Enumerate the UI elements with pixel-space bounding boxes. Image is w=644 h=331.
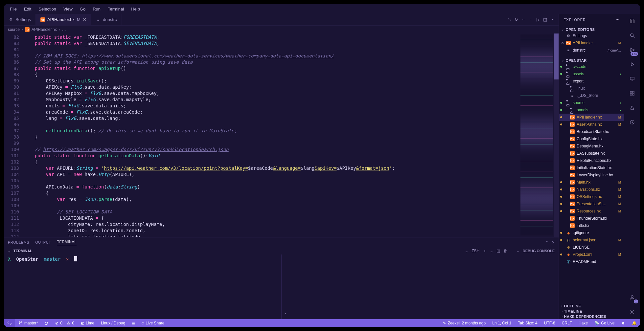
feedback-icon[interactable]: ☻ <box>618 319 629 327</box>
file-item[interactable]: hxLowerDisplayLine.hx <box>559 171 624 179</box>
eol[interactable]: CRLF <box>559 319 575 327</box>
folder-item[interactable]: ▸ 🗀linux <box>559 85 624 92</box>
file-item[interactable]: hxBroadcastState.hx <box>559 128 624 135</box>
cursor-position[interactable]: Ln 1, Col 1 <box>489 319 515 327</box>
file-item[interactable]: hxNarrations.hxM <box>559 186 624 193</box>
kill-terminal-icon[interactable]: 🗑 <box>503 249 507 253</box>
tab-apihandler[interactable]: hx APIHandler.hx M ✕ <box>36 14 91 25</box>
menu-selection[interactable]: Selection <box>35 5 59 13</box>
shell-label[interactable]: ZSH <box>472 249 479 253</box>
terminal-split-divider[interactable] <box>281 254 282 319</box>
minimap[interactable] <box>519 33 559 237</box>
explorer-icon[interactable] <box>628 16 637 26</box>
folder-item[interactable]: ▸ 🗀.vscode <box>559 63 624 70</box>
sync-button[interactable] <box>41 319 52 327</box>
crumb-folder[interactable]: source <box>8 27 20 32</box>
remote-button[interactable] <box>4 319 15 327</box>
file-item[interactable]: hxMain.hxM <box>559 179 624 186</box>
code-editor[interactable]: 8283848586878889909192939495969798991001… <box>4 33 559 237</box>
chevron-down-icon[interactable]: ⌄ <box>516 249 519 253</box>
more-icon[interactable]: ⋯ <box>550 17 555 22</box>
file-item[interactable]: {}hxformat.jsonM <box>559 236 624 244</box>
scm-icon[interactable]: 174 <box>628 45 637 55</box>
folder-item[interactable]: ▾ 🗀source● <box>559 99 624 106</box>
debug-console-label[interactable]: DEBUG CONSOLE <box>523 249 555 253</box>
run-prev-icon[interactable]: ↻ <box>515 17 518 22</box>
file-item[interactable]: hxResources.hxM <box>559 208 624 215</box>
folder-item[interactable]: ▸ 🗀panels● <box>559 106 624 114</box>
encoding[interactable]: UTF-8 <box>541 319 559 327</box>
file-item[interactable]: ⓘREADME.md <box>559 258 624 265</box>
crumb-more[interactable]: … <box>62 27 66 32</box>
split-icon[interactable]: ◫ <box>543 17 547 22</box>
bell-icon[interactable]: 🔔 <box>629 319 640 327</box>
file-item[interactable]: hxTitle.hx <box>559 222 624 229</box>
menu-terminal[interactable]: Terminal <box>104 5 127 13</box>
list-icon[interactable]: ≣ <box>128 319 138 327</box>
file-item[interactable]: hxConfigState.hx <box>559 135 624 143</box>
compare-icon[interactable]: ⇋ <box>508 17 511 22</box>
panel-tab-terminal[interactable]: TERMINAL <box>57 240 77 245</box>
menu-run[interactable]: Run <box>89 5 104 13</box>
settings-gear-icon[interactable] <box>628 307 637 317</box>
crumb-file[interactable]: APIHandler.hx <box>32 27 57 32</box>
more-icon[interactable]: ⋯ <box>616 18 620 22</box>
folder-item[interactable]: ▸ 🗀export <box>559 77 624 85</box>
file-item[interactable]: ⊙LICENSE <box>559 244 624 251</box>
file-item[interactable]: hxOSSettings.hxM <box>559 193 624 200</box>
target-button[interactable]: Linux / Debug <box>98 319 128 327</box>
account-icon[interactable]: 1 <box>628 293 637 302</box>
breadcrumb[interactable]: source › hx APIHandler.hx › … <box>4 26 559 33</box>
tab-dunstrc[interactable]: ≡ dunstrc <box>91 14 122 25</box>
file-item[interactable]: hxInitializationState.hx <box>559 164 624 171</box>
panel-tab-problems[interactable]: PROBLEMS <box>8 240 29 244</box>
open-editor-item[interactable]: ≡dunstrc/home/… <box>559 47 624 54</box>
outline-header[interactable]: ›OUTLINE <box>559 303 624 309</box>
code-content[interactable]: public static var _FORECASTDATA:FORECAST… <box>24 33 519 237</box>
timeline-header[interactable]: ›TIMELINE <box>559 309 624 314</box>
close-icon[interactable]: ✕ <box>561 41 564 45</box>
nav-back-icon[interactable]: ← <box>521 17 526 22</box>
close-icon[interactable]: ✕ <box>83 17 86 22</box>
run-icon[interactable]: ▷ <box>537 17 540 22</box>
run-debug-icon[interactable] <box>628 60 637 69</box>
terminal-profile-icon[interactable]: ⌄ <box>465 249 468 253</box>
extensions-icon[interactable] <box>628 89 637 98</box>
test-icon[interactable] <box>628 103 637 112</box>
terminal-dropdown-icon[interactable]: ⌄ <box>490 249 493 253</box>
file-item[interactable]: hxEASsubstate.hx <box>559 150 624 157</box>
file-item[interactable]: hxThunderStorm.hx <box>559 215 624 222</box>
go-live-button[interactable]: 📡Go Live <box>591 319 618 327</box>
language-mode[interactable]: Haxe <box>575 319 591 327</box>
folder-item[interactable]: ▸ 🗀assets● <box>559 70 624 77</box>
remote-icon[interactable] <box>628 74 637 83</box>
file-item[interactable]: ◆Project.xmlM <box>559 251 624 258</box>
menu-help[interactable]: Help <box>128 5 143 13</box>
scrollbar-thumb[interactable] <box>554 33 559 79</box>
file-item[interactable]: ◆.gitignore <box>559 229 624 236</box>
tab-settings[interactable]: ⚙ Settings <box>4 14 36 25</box>
flash-icon[interactable] <box>628 118 637 127</box>
chevron-down-icon[interactable]: ⌄ <box>8 249 11 253</box>
tab-size[interactable]: Tab Size: 4 <box>515 319 540 327</box>
git-blame[interactable]: ✎Zeexel, 2 months ago <box>440 319 489 327</box>
menu-edit[interactable]: Edit <box>21 5 34 13</box>
panel-close-icon[interactable]: ✕ <box>552 240 555 245</box>
open-editor-item[interactable]: ⚙Settings <box>559 32 624 39</box>
file-item[interactable]: hxDebugMenu.hx <box>559 143 624 150</box>
menu-view[interactable]: View <box>60 5 76 13</box>
file-item[interactable]: hxAPIHandler.hxM <box>559 114 624 121</box>
open-editors-header[interactable]: ⌄OPEN EDITORS <box>559 27 624 32</box>
panel-maximize-icon[interactable]: ˄ <box>546 240 548 245</box>
split-terminal-icon[interactable]: ◫ <box>496 249 500 253</box>
search-icon[interactable] <box>628 31 637 40</box>
menu-file[interactable]: File <box>7 5 20 13</box>
terminal[interactable]: λ OpenStar master × › <box>4 254 559 319</box>
liveshare-button[interactable]: ⍜Live Share <box>138 319 168 327</box>
menu-go[interactable]: Go <box>77 5 89 13</box>
new-terminal-icon[interactable]: ＋ <box>483 248 487 254</box>
file-item[interactable]: ≡._.DS_Store <box>559 92 624 99</box>
panel-tab-output[interactable]: OUTPUT <box>35 240 51 244</box>
problems-button[interactable]: ⊘0 ⚠0 <box>52 319 78 327</box>
file-item[interactable]: hxHelpfulFunctions.hx <box>559 157 624 164</box>
